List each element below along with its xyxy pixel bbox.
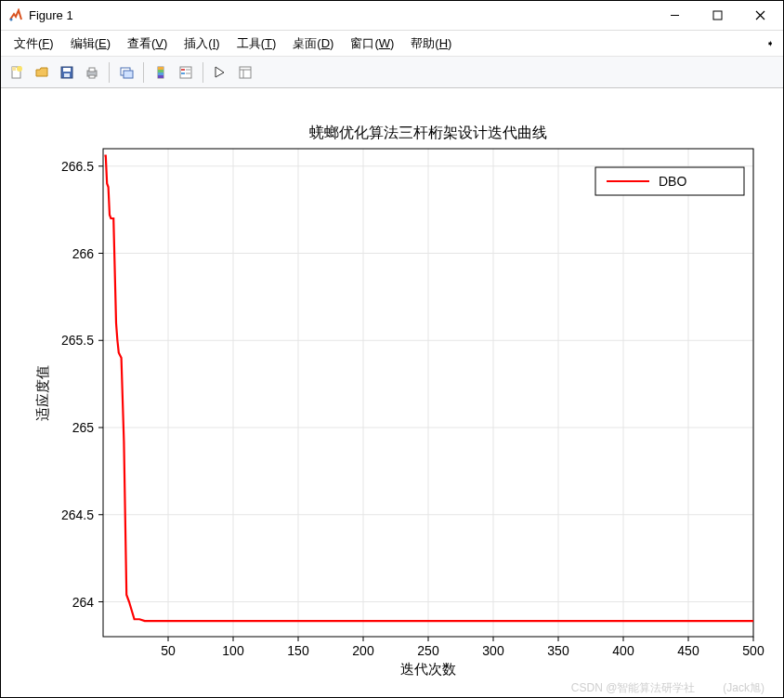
svg-rect-15 (158, 70, 163, 72)
svg-rect-19 (181, 69, 185, 71)
link-axes-button[interactable] (114, 60, 138, 85)
svg-text:350: 350 (547, 643, 569, 658)
open-property-inspector-button[interactable] (233, 60, 257, 85)
toolbar-separator (109, 62, 110, 83)
svg-text:150: 150 (287, 643, 309, 658)
svg-text:500: 500 (742, 643, 764, 658)
svg-rect-16 (158, 72, 163, 75)
svg-rect-1 (713, 11, 722, 20)
svg-rect-21 (186, 69, 190, 71)
matlab-icon (8, 8, 23, 23)
svg-text:266: 266 (72, 246, 95, 261)
svg-point-4 (17, 66, 22, 72)
open-button[interactable] (30, 60, 54, 85)
svg-text:250: 250 (417, 643, 439, 658)
svg-point-0 (10, 18, 13, 20)
menu-desktop[interactable]: 桌面(D) (285, 33, 341, 55)
svg-rect-12 (124, 71, 133, 78)
svg-text:DBO: DBO (659, 174, 686, 189)
close-button[interactable] (738, 2, 781, 30)
toolbar-separator (143, 62, 144, 83)
toolbar-separator (203, 62, 203, 83)
menu-tools[interactable]: 工具(T) (229, 33, 284, 55)
insert-legend-button[interactable] (174, 60, 198, 85)
svg-rect-14 (158, 67, 163, 70)
svg-rect-7 (64, 73, 70, 77)
svg-text:50: 50 (161, 643, 176, 658)
svg-text:300: 300 (482, 643, 504, 658)
chart-canvas[interactable]: 50100150200250300350400450500264264.5265… (1, 88, 784, 698)
print-button[interactable] (80, 60, 104, 85)
title-bar: Figure 1 (1, 1, 783, 31)
svg-text:适应度值: 适应度值 (35, 365, 50, 421)
svg-rect-20 (181, 72, 185, 74)
svg-text:蜣螂优化算法三杆桁架设计迭代曲线: 蜣螂优化算法三杆桁架设计迭代曲线 (309, 125, 547, 140)
svg-text:200: 200 (352, 643, 374, 658)
svg-rect-6 (63, 68, 71, 72)
svg-text:265.5: 265.5 (61, 333, 94, 348)
svg-text:450: 450 (677, 643, 699, 658)
svg-rect-10 (89, 75, 95, 78)
svg-rect-17 (158, 75, 163, 78)
menu-view[interactable]: 查看(V) (120, 33, 175, 55)
save-button[interactable] (55, 60, 79, 85)
insert-colorbar-button[interactable] (149, 60, 173, 85)
toolbar (1, 57, 783, 88)
edit-plot-button[interactable] (208, 60, 232, 85)
menu-bar: 文件(F) 编辑(E) 查看(V) 插入(I) 工具(T) 桌面(D) 窗口(W… (1, 31, 783, 57)
svg-text:400: 400 (612, 643, 634, 658)
menu-overflow-icon[interactable]: ➧ (766, 38, 777, 48)
menu-window[interactable]: 窗口(W) (343, 33, 401, 55)
window-title: Figure 1 (29, 8, 73, 22)
svg-text:100: 100 (222, 643, 244, 658)
svg-rect-23 (240, 67, 251, 78)
menu-file[interactable]: 文件(F) (7, 33, 61, 55)
menu-insert[interactable]: 插入(I) (176, 33, 227, 55)
svg-text:264.5: 264.5 (61, 507, 94, 522)
svg-text:迭代次数: 迭代次数 (400, 662, 456, 677)
menu-edit[interactable]: 编辑(E) (63, 33, 118, 55)
svg-rect-22 (186, 72, 190, 74)
svg-marker-3 (12, 67, 16, 71)
watermark: CSDN @智能算法研学社(Jack旭) (571, 680, 764, 696)
figure-area: 50100150200250300350400450500264264.5265… (1, 88, 783, 698)
minimize-button[interactable] (653, 2, 696, 30)
svg-rect-9 (89, 68, 95, 72)
svg-text:265: 265 (72, 420, 95, 435)
svg-text:266.5: 266.5 (61, 159, 94, 174)
new-figure-button[interactable] (5, 60, 29, 85)
menu-help[interactable]: 帮助(H) (403, 33, 459, 55)
svg-text:264: 264 (72, 595, 95, 610)
maximize-button[interactable] (696, 2, 738, 30)
